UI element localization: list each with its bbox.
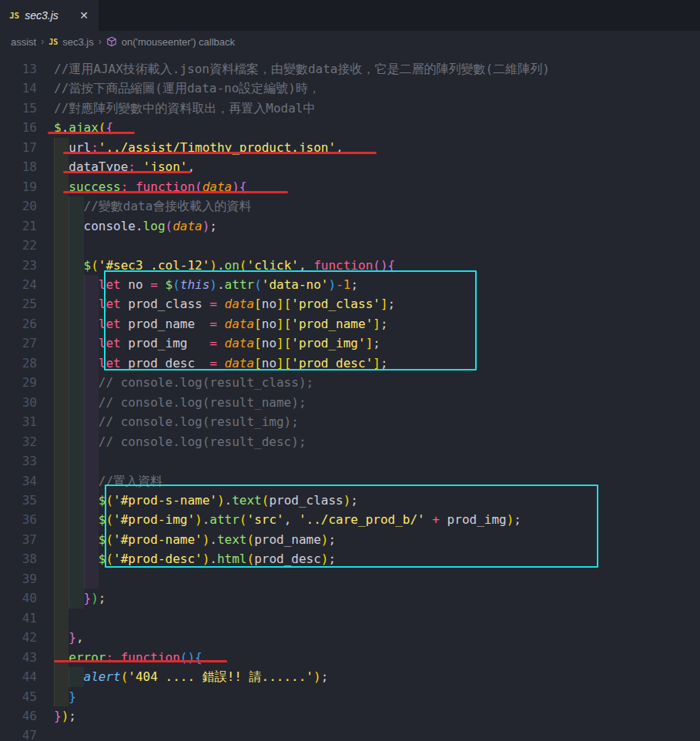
breadcrumb-item[interactable]: sec3.js bbox=[62, 36, 93, 48]
code-token bbox=[54, 395, 99, 410]
code-token: [ bbox=[254, 336, 262, 350]
code-token bbox=[425, 512, 433, 527]
code-line-34[interactable]: 34 //置入資料 bbox=[0, 471, 700, 491]
code-token: } bbox=[69, 689, 76, 704]
code-token: ; bbox=[380, 317, 388, 331]
code-content: $('#prod-s-name').text(prod_class); bbox=[37, 491, 358, 510]
code-token: , bbox=[284, 512, 299, 527]
code-token: } bbox=[69, 630, 76, 645]
code-token: 'src' bbox=[247, 512, 284, 527]
code-token bbox=[54, 179, 69, 194]
indent-guide bbox=[84, 569, 99, 588]
code-editor[interactable]: 13//運用AJAX技術載入.json資料檔案，由變數data接收，它是二層的陣… bbox=[0, 52, 700, 741]
code-token: // console.log(result_desc); bbox=[99, 434, 306, 449]
code-line-14[interactable]: 14//當按下商品縮圖(運用data-no設定編號)時， bbox=[0, 79, 700, 98]
code-line-20[interactable]: 20 //變數data會接收載入的資料 bbox=[0, 196, 700, 216]
code-line-45[interactable]: 45 } bbox=[0, 687, 700, 706]
code-line-43[interactable]: 43 error: function(){ bbox=[0, 648, 700, 667]
code-token: ) bbox=[187, 650, 195, 665]
code-line-33[interactable]: 33 bbox=[0, 451, 700, 471]
code-content: // console.log(result_class); bbox=[37, 373, 313, 392]
code-token: 'prod_name' bbox=[291, 317, 373, 331]
code-line-19[interactable]: 19 success: function(data){ bbox=[0, 177, 700, 196]
code-line-35[interactable]: 35 $('#prod-s-name').text(prod_class); bbox=[0, 491, 700, 510]
code-line-29[interactable]: 29 // console.log(result_class); bbox=[0, 373, 700, 392]
code-line-15[interactable]: 15//對應陣列變數中的資料取出，再置入Modal中 bbox=[0, 99, 700, 118]
line-number: 22 bbox=[0, 236, 37, 255]
close-icon[interactable]: ✕ bbox=[77, 8, 91, 22]
code-content: $('#prod-name').text(prod_name); bbox=[37, 530, 336, 549]
breadcrumb-item[interactable]: assist bbox=[11, 36, 36, 48]
code-content: console.log(data); bbox=[37, 216, 217, 236]
code-token: '#prod-img' bbox=[113, 512, 195, 527]
code-line-42[interactable]: 42 }, bbox=[0, 628, 700, 647]
code-line-44[interactable]: 44 alert('404 .... 錯誤!! 請......'); bbox=[0, 667, 700, 686]
code-line-25[interactable]: 25 let prod_class = data[no]['prod_class… bbox=[0, 294, 700, 314]
line-number: 45 bbox=[0, 687, 37, 706]
code-line-36[interactable]: 36 $('#prod-img').attr('src', '../care_p… bbox=[0, 510, 700, 529]
code-line-24[interactable]: 24 let no = $(this).attr('data-no')-1; bbox=[0, 275, 700, 294]
code-token: console bbox=[84, 219, 136, 233]
code-token: data bbox=[225, 297, 255, 311]
javascript-file-icon[interactable]: JS bbox=[49, 38, 58, 46]
code-token: ( bbox=[373, 258, 380, 273]
code-token: ; bbox=[321, 669, 329, 684]
code-line-31[interactable]: 31 // console.log(result_img); bbox=[0, 412, 700, 431]
code-token: '#prod-name' bbox=[113, 532, 203, 547]
code-token: ; bbox=[99, 591, 106, 605]
code-line-22[interactable]: 22 bbox=[0, 236, 700, 255]
code-line-41[interactable]: 41 bbox=[0, 609, 700, 628]
code-token: = bbox=[209, 317, 217, 331]
code-line-17[interactable]: 17 url:'../assist/Timothy_product.json', bbox=[0, 138, 700, 157]
code-token: ; bbox=[328, 532, 336, 547]
code-token bbox=[54, 199, 84, 213]
code-token bbox=[217, 336, 225, 350]
code-line-23[interactable]: 23 $('#sec3 .col-12').on('click', functi… bbox=[0, 256, 700, 275]
code-token: { bbox=[106, 120, 113, 135]
code-line-16[interactable]: 16$.ajax({ bbox=[0, 118, 700, 137]
code-token: '#prod-desc' bbox=[113, 552, 203, 566]
code-line-39[interactable]: 39 bbox=[0, 569, 700, 588]
code-line-40[interactable]: 40 }); bbox=[0, 588, 700, 608]
code-line-13[interactable]: 13//運用AJAX技術載入.json資料檔案，由變數data接收，它是二層的陣… bbox=[0, 59, 700, 79]
code-token: , bbox=[76, 630, 84, 645]
code-line-18[interactable]: 18 dataType: 'json', bbox=[0, 157, 700, 176]
javascript-file-icon: JS bbox=[9, 11, 19, 21]
code-line-46[interactable]: 46}); bbox=[0, 706, 700, 726]
code-token: data bbox=[225, 317, 255, 331]
code-token: let bbox=[99, 277, 121, 292]
symbol-cube-icon[interactable] bbox=[106, 36, 117, 47]
code-token: no bbox=[262, 356, 276, 370]
code-token: [ bbox=[284, 356, 292, 370]
code-content: alert('404 .... 錯誤!! 請......'); bbox=[37, 667, 328, 686]
code-token: $ bbox=[99, 512, 106, 527]
code-line-21[interactable]: 21 console.log(data); bbox=[0, 216, 700, 236]
code-token: , bbox=[187, 159, 195, 174]
code-line-28[interactable]: 28 let prod_desc = data[no]['prod_desc']… bbox=[0, 354, 700, 373]
code-token: [ bbox=[284, 336, 292, 350]
code-token: data bbox=[225, 336, 255, 350]
code-line-26[interactable]: 26 let prod_name = data[no]['prod_name']… bbox=[0, 314, 700, 334]
code-line-37[interactable]: 37 $('#prod-name').text(prod_name); bbox=[0, 530, 700, 549]
line-number: 33 bbox=[0, 451, 37, 471]
indent-guide bbox=[69, 569, 83, 588]
code-line-38[interactable]: 38 $('#prod-desc').html(prod_desc); bbox=[0, 549, 700, 568]
code-token: ] bbox=[276, 336, 284, 350]
code-token: ( bbox=[106, 552, 113, 566]
breadcrumb: assist›JSsec3.js›on('mouseenter') callba… bbox=[0, 31, 700, 52]
code-line-47[interactable]: 47 bbox=[0, 726, 700, 741]
indent-guide bbox=[54, 609, 69, 628]
code-line-30[interactable]: 30 // console.log(result_name); bbox=[0, 393, 700, 412]
code-token bbox=[136, 159, 143, 174]
code-content bbox=[37, 726, 54, 741]
tab-sec3js[interactable]: JS sec3.js ✕ bbox=[0, 0, 99, 31]
code-content: let prod_class = data[no]['prod_class']; bbox=[37, 294, 395, 314]
code-token: ) bbox=[328, 277, 336, 292]
code-token: ] bbox=[366, 336, 373, 350]
code-line-27[interactable]: 27 let prod_img = data[no]['prod_img']; bbox=[0, 334, 700, 353]
code-line-32[interactable]: 32 // console.log(result_desc); bbox=[0, 432, 700, 451]
breadcrumb-item[interactable]: on('mouseenter') callback bbox=[122, 36, 235, 48]
code-content: success: function(data){ bbox=[37, 177, 247, 196]
code-token: attr bbox=[225, 277, 255, 292]
code-token: ; bbox=[350, 493, 358, 508]
